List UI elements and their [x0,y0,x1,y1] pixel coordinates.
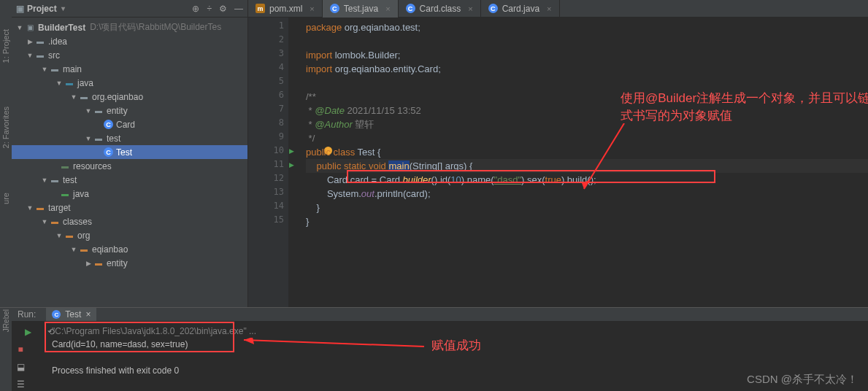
stop-button[interactable]: ■ [13,342,28,357]
tab-cardjava[interactable]: CCard.java× [481,0,560,18]
close-icon[interactable]: × [385,4,390,13]
tree-org[interactable]: ▼▬org [12,228,247,242]
tree-main[interactable]: ▼▬main [12,62,247,76]
tree-entity2[interactable]: ▶▬entity [12,256,247,270]
tree-classes[interactable]: ▼▬classes [12,214,247,228]
tree-testcls[interactable]: CTest [12,145,247,159]
close-icon[interactable]: × [85,309,91,320]
watermark: CSDN @杀手不太冷！ [747,373,858,387]
layout-button[interactable]: ⬓ [13,360,28,374]
tree-idea[interactable]: ▶▬.idea [12,34,247,48]
sidebar-title[interactable]: ▣ Project ▾ [16,4,65,14]
close-icon[interactable]: × [468,4,472,13]
vert-tab-project[interactable]: 1: Project [1,29,10,63]
close-icon[interactable]: × [310,4,314,13]
tab-pom[interactable]: mpom.xml× [248,0,323,18]
tab-cardclass[interactable]: CCard.class× [399,0,481,18]
expand-icon[interactable]: ÷ [207,4,212,14]
editor-tabs: mpom.xml× CTest.java× CCard.class× CCard… [248,0,868,18]
vert-tab-structure[interactable]: ure [1,193,10,204]
run-tab[interactable]: CTest× [46,308,96,321]
run-toolbar: ▶ ⟲ ■ ⬓ ☰ [12,322,45,391]
tree-testdir[interactable]: ▼▬test [12,173,247,187]
run-panel: JRebel Run: CTest× ▶ ⟲ ■ ⬓ ☰ "C:\Program… [0,307,868,391]
collapse-icon[interactable]: ⊕ [192,4,199,14]
tree-card[interactable]: CCard [12,117,247,131]
settings-icon[interactable]: ⚙ [219,4,227,14]
tree-root[interactable]: ▼▣BuilderTestD:\项目代码\RabbitMQ\BuilderTes [12,20,247,34]
tree-testpkg[interactable]: ▼▬test [12,131,247,145]
rerun-button[interactable]: ▶ [13,325,42,339]
close-icon[interactable]: × [547,4,551,13]
filter-button[interactable]: ☰ [13,377,28,391]
tree-pkg[interactable]: ▼▬org.eqianbao [12,90,247,104]
tree-java[interactable]: ▼▬java [12,76,247,90]
tree-eqianbao[interactable]: ▼▬eqianbao [12,242,247,256]
tab-test[interactable]: CTest.java× [323,0,399,18]
console-output[interactable]: "C:\Program Files\Java\jdk1.8.0_202\bin\… [45,322,868,391]
hide-icon[interactable]: — [234,4,243,14]
tree-entity[interactable]: ▼▬entity [12,104,247,117]
tree-resources[interactable]: ▬resources [12,159,247,173]
annotation-bottom: 赋值成功 [431,339,481,352]
vert-tab-favorites[interactable]: 2: Favorites [1,107,10,148]
run-label: Run: [18,309,36,320]
tree-testjava[interactable]: ▬java [12,187,247,201]
tree-src[interactable]: ▼▬src [12,48,247,62]
tree-target[interactable]: ▼▬target [12,201,247,214]
annotation-top: 使用@Builder注解生成一个对象，并且可以链式书写的为对象赋值 [621,90,868,125]
